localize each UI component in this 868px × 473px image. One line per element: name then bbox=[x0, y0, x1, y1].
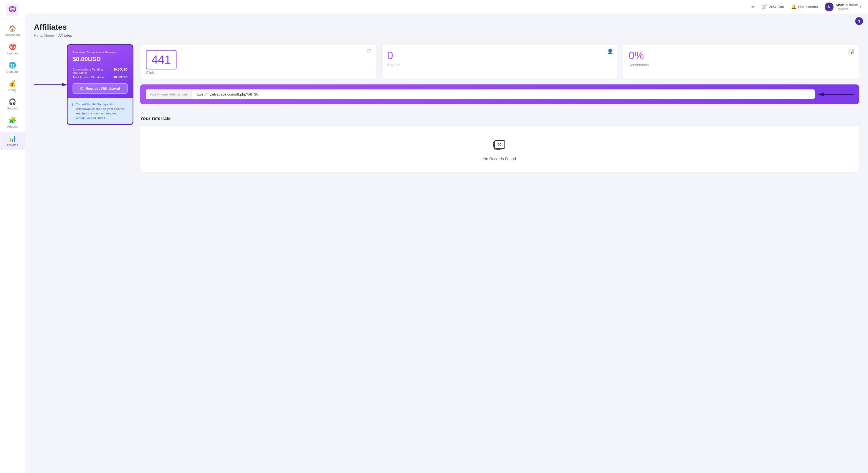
sidebar: 🏠 Dashboard 🎯 Services 🌐 Domains 💰 Billi… bbox=[0, 0, 25, 473]
person-icon: 👤 bbox=[607, 48, 613, 55]
shield-icon: 🛡 bbox=[367, 48, 372, 54]
right-section: 🛡 441 Clicks 👤 0 Signups 📊 bbox=[140, 44, 859, 172]
page-content: Affiliates Portal Home / Affiliates Avai… bbox=[25, 14, 868, 473]
services-icon: 🎯 bbox=[9, 43, 16, 50]
sidebar-item-label: Affiliates bbox=[7, 143, 18, 147]
sidebar-item-dashboard[interactable]: 🏠 Dashboard bbox=[0, 22, 25, 40]
clicks-stat-card: 🛡 441 Clicks bbox=[140, 44, 376, 79]
sidebar-item-services[interactable]: 🎯 Services bbox=[0, 40, 25, 58]
referrals-section: Your referrals 90 No Records Found bbox=[140, 116, 859, 172]
billing-icon: 💰 bbox=[9, 80, 16, 87]
referral-bar: Your Unique Referral Link https://my.ely… bbox=[140, 85, 859, 104]
breadcrumb-current: Affiliates bbox=[58, 33, 72, 37]
withdrawal-btn-label: Request Withdrawal bbox=[85, 87, 120, 91]
request-withdrawal-button[interactable]: ⬡ Request Withdrawal bbox=[72, 83, 128, 94]
breadcrumb: Portal Home / Affiliates bbox=[34, 33, 859, 37]
affiliates-icon: 📊 bbox=[9, 135, 16, 142]
topnav: ➦ 🛒 View Cart 🔔 Notifications S Shahid M… bbox=[25, 0, 868, 14]
domains-icon: 🌐 bbox=[9, 62, 16, 69]
notifications-label: Notifications bbox=[798, 5, 818, 9]
referrals-table: 90 No Records Found bbox=[140, 125, 859, 172]
commission-pending-row: Commissions Pending Maturation $0.00USD bbox=[72, 68, 128, 74]
cart-icon: 🛒 bbox=[762, 4, 767, 9]
page-title: Affiliates bbox=[34, 23, 859, 32]
support-icon: 🎧 bbox=[9, 98, 16, 106]
svg-marker-5 bbox=[62, 83, 67, 87]
info-icon: ℹ bbox=[72, 102, 73, 107]
commission-card-top: Available Commissions Balance $0.00USD C… bbox=[67, 45, 132, 98]
conversions-value: 0% bbox=[629, 50, 644, 62]
app-logo bbox=[6, 4, 19, 16]
clicks-label: Clicks bbox=[146, 71, 156, 75]
addons-icon: 🧩 bbox=[9, 117, 16, 124]
commission-balance-label: Available Commissions Balance bbox=[72, 50, 128, 54]
referrals-title: Your referrals bbox=[140, 116, 859, 122]
commission-balance-amount: $0.00USD bbox=[72, 56, 128, 63]
left-section: Available Commissions Balance $0.00USD C… bbox=[34, 44, 133, 125]
clicks-value: 441 bbox=[152, 53, 171, 66]
notification-badge: 3 bbox=[855, 17, 863, 25]
commission-pending-label: Commissions Pending Maturation bbox=[72, 68, 114, 74]
sidebar-item-affiliates[interactable]: 📊 Affiliates bbox=[0, 132, 25, 150]
referral-link-url[interactable]: https://my.elyspace.com/aff.php?aff=36 bbox=[192, 90, 815, 99]
user-name: Shahid Malla bbox=[836, 3, 858, 7]
dashboard-layout: Available Commissions Balance $0.00USD C… bbox=[34, 44, 859, 172]
sidebar-item-addons[interactable]: 🧩 Addons bbox=[0, 113, 25, 132]
sidebar-item-label: Dashboard bbox=[5, 33, 20, 37]
no-records-icon: 90 bbox=[491, 137, 508, 153]
sidebar-item-label: Support bbox=[7, 107, 18, 110]
sidebar-item-label: Services bbox=[6, 52, 18, 55]
notifications-link[interactable]: 🔔 Notifications bbox=[791, 4, 818, 9]
commission-card-info: ℹ You will be able to request a withdraw… bbox=[67, 98, 132, 124]
commission-pending-value: $0.00USD bbox=[114, 68, 128, 74]
avatar: S bbox=[825, 2, 834, 11]
commission-withdrawn-row: Total Amount Withdrawn $0.00USD bbox=[72, 75, 128, 79]
referral-input-wrap: Your Unique Referral Link https://my.ely… bbox=[146, 90, 815, 99]
user-sub: ElySpace bbox=[836, 7, 858, 11]
user-menu[interactable]: S Shahid Malla ElySpace ▾ bbox=[825, 2, 861, 11]
conversions-stat-card: 📊 0% Conversions bbox=[623, 44, 859, 79]
conversions-label: Conversions bbox=[629, 63, 649, 67]
sidebar-item-domains[interactable]: 🌐 Domains bbox=[0, 58, 25, 77]
chevron-down-icon: ▾ bbox=[860, 5, 861, 8]
sidebar-item-label: Billing bbox=[8, 88, 17, 92]
view-cart-label: View Cart bbox=[769, 5, 784, 9]
breadcrumb-separator: / bbox=[56, 33, 57, 37]
withdrawal-icon: ⬡ bbox=[80, 87, 83, 91]
breadcrumb-home[interactable]: Portal Home bbox=[34, 33, 54, 37]
view-cart-link[interactable]: 🛒 View Cart bbox=[762, 4, 784, 9]
sidebar-item-billing[interactable]: 💰 Billing bbox=[0, 77, 25, 95]
referral-arrow bbox=[817, 90, 854, 99]
svg-marker-7 bbox=[817, 93, 824, 96]
signups-stat-card: 👤 0 Signups bbox=[381, 44, 618, 79]
stats-row: 🛡 441 Clicks 👤 0 Signups 📊 bbox=[140, 44, 859, 79]
referral-link-label: Your Unique Referral Link bbox=[146, 90, 192, 99]
sidebar-logo bbox=[0, 0, 25, 20]
bell-icon: 🔔 bbox=[791, 4, 797, 9]
signups-value: 0 bbox=[387, 50, 393, 62]
main-content: ➦ 🛒 View Cart 🔔 Notifications S Shahid M… bbox=[25, 0, 868, 473]
signups-label: Signups bbox=[387, 63, 400, 67]
no-records-icon-wrap: 90 bbox=[491, 137, 508, 153]
sidebar-item-support[interactable]: 🎧 Support bbox=[0, 95, 25, 113]
commission-card: Available Commissions Balance $0.00USD C… bbox=[67, 44, 133, 125]
commission-info-text: You will be able to request a withdrawal… bbox=[76, 102, 128, 120]
sidebar-item-label: Addons bbox=[7, 125, 18, 128]
arrow-indicator bbox=[34, 80, 67, 89]
svg-point-3 bbox=[11, 9, 13, 11]
chart-icon: 📊 bbox=[848, 48, 855, 55]
svg-text:90: 90 bbox=[497, 142, 501, 147]
sidebar-item-label: Domains bbox=[6, 70, 18, 73]
commission-withdrawn-label: Total Amount Withdrawn bbox=[72, 75, 105, 79]
share-icon: ➦ bbox=[751, 4, 755, 9]
no-records-text: No Records Found bbox=[483, 157, 516, 161]
commission-withdrawn-value: $0.00USD bbox=[114, 75, 128, 79]
dashboard-icon: 🏠 bbox=[9, 25, 16, 32]
